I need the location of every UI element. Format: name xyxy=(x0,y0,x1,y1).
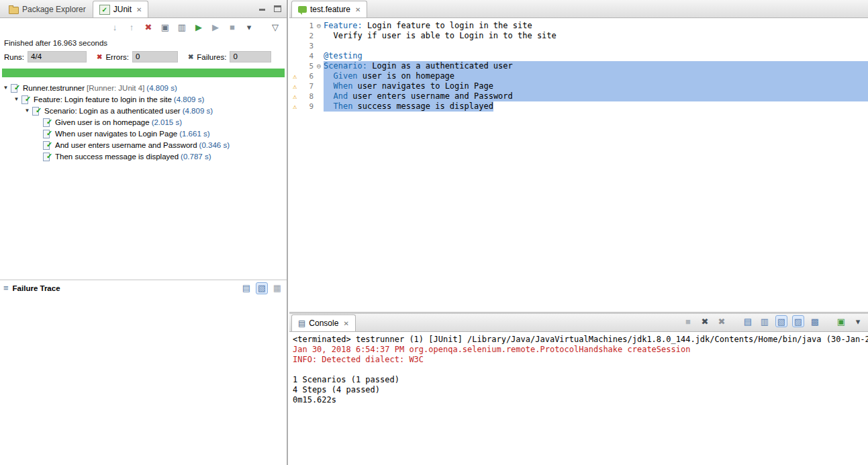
enable-stack-trace-filter-icon[interactable]: ▧ xyxy=(256,282,268,294)
pin-console-icon[interactable]: ▨ xyxy=(792,315,804,327)
close-tab-icon[interactable]: ✕ xyxy=(343,320,348,327)
console-tabbar: ▤ Console ✕ ■✖✖▤▥▧▨▩▣▾ xyxy=(289,314,868,332)
test-name: Given user is on homepage xyxy=(55,118,150,126)
test-pass-icon xyxy=(42,118,52,127)
editor-line[interactable]: ⚠9 Then success message is displayed xyxy=(289,101,868,112)
show-previous-failure-icon[interactable]: ↑ xyxy=(126,22,138,34)
editor-line[interactable]: 1⊖Feature: Login feature to login in the… xyxy=(289,21,868,31)
code-segment: Login as a authenticated user xyxy=(367,61,513,71)
test-tree-item[interactable]: Given user is on homepage(2.015 s) xyxy=(0,116,287,128)
show-stack-trace-in-console-icon[interactable]: ▤ xyxy=(240,282,252,294)
rerun-test-icon[interactable]: ▶ xyxy=(193,22,205,34)
test-tree-item[interactable]: And user enters username and Password(0.… xyxy=(0,139,287,151)
fold-collapse-icon[interactable]: ⊖ xyxy=(314,21,324,31)
line-number: 2 xyxy=(300,31,314,41)
code-segment: user navigates to Login Page xyxy=(352,81,493,91)
code-segment: Verify if user is able to Login in to th… xyxy=(324,31,557,40)
show-failures-only-icon[interactable]: ✖ xyxy=(142,22,154,34)
show-skipped-only-icon[interactable]: ▣ xyxy=(159,22,171,34)
test-pass-icon xyxy=(42,140,52,150)
line-number: 4 xyxy=(300,51,314,61)
tab-test-feature[interactable]: test.feature ✕ xyxy=(291,1,367,17)
remove-all-terminated-launches-icon[interactable]: ✖ xyxy=(716,315,728,327)
editor-line[interactable]: ⚠8 And user enters username and Password xyxy=(289,91,868,101)
open-console-icon[interactable]: ▣ xyxy=(835,315,847,327)
left-tabbar: Package Explorer ✓ JUnit ✕ xyxy=(0,0,287,18)
line-number: 9 xyxy=(300,101,314,112)
editor-line[interactable]: ⚠6 Given user is on homepage xyxy=(289,71,868,81)
test-tree-item[interactable]: ▼Scenario: Login as a authenticated user… xyxy=(0,105,287,116)
expand-toggle-icon[interactable]: ▼ xyxy=(23,108,32,114)
test-tree-item[interactable]: ▼Runner.testrunner[Runner: JUnit 4](4.80… xyxy=(0,82,287,93)
maximize-view-icon[interactable] xyxy=(274,5,281,12)
clear-console-icon[interactable]: ▤ xyxy=(742,315,754,327)
stop-test-icon[interactable]: ■ xyxy=(226,22,238,34)
console-icon: ▤ xyxy=(298,319,305,328)
progress-bar-success xyxy=(2,69,285,77)
tab-junit[interactable]: ✓ JUnit ✕ xyxy=(93,1,149,17)
code-segment: success message is displayed xyxy=(352,101,493,111)
editor-line[interactable]: 4@testing xyxy=(289,51,868,61)
line-number: 5 xyxy=(300,61,314,71)
scroll-lock-icon[interactable]: ▥ xyxy=(759,315,771,327)
editor-pane: test.feature ✕ 1⊖Feature: Login feature … xyxy=(289,0,868,312)
console-view-menu-icon[interactable]: ▾ xyxy=(852,315,864,327)
view-menu-icon[interactable]: ▽ xyxy=(269,22,281,34)
annotation-gutter xyxy=(289,31,300,41)
view-window-controls xyxy=(258,5,281,12)
word-wrap-icon[interactable]: ▧ xyxy=(775,315,787,327)
failure-trace-icon: ≡ xyxy=(3,283,9,293)
annotation-gutter xyxy=(289,61,300,71)
test-name: Feature: Login feature to login in the s… xyxy=(34,95,172,103)
editor-line[interactable]: 5⊖Scenario: Login as a authenticated use… xyxy=(289,61,868,71)
gherkin-keyword: Then xyxy=(333,101,352,111)
fold-gutter xyxy=(314,31,324,41)
line-number: 3 xyxy=(300,41,314,51)
test-run-history-icon[interactable]: ▾ xyxy=(243,22,255,34)
code-text: And user enters username and Password xyxy=(324,91,868,101)
show-next-failure-icon[interactable]: ↓ xyxy=(109,22,121,34)
console-line: INFO: Detected dialect: W3C xyxy=(293,355,865,365)
gherkin-keyword: When xyxy=(333,81,352,91)
test-pass-icon xyxy=(10,83,20,93)
console-output[interactable]: <terminated> testrunner (1) [JUnit] /Lib… xyxy=(289,332,868,465)
rerun-failed-first-icon[interactable]: ▶ xyxy=(209,22,222,34)
editor-lines[interactable]: 1⊖Feature: Login feature to login in the… xyxy=(289,18,868,312)
compare-result-icon[interactable]: ▦ xyxy=(271,282,283,294)
runs-value: 4/4 xyxy=(28,51,87,62)
test-tree-item[interactable]: ▼Feature: Login feature to login in the … xyxy=(0,93,287,105)
remove-launch-icon[interactable]: ✖ xyxy=(699,315,711,327)
test-tree-item[interactable]: Then success message is displayed(0.787 … xyxy=(0,151,287,162)
fold-collapse-icon[interactable]: ⊖ xyxy=(314,61,324,71)
warning-icon: ⚠ xyxy=(289,81,300,91)
tab-label: JUnit xyxy=(113,5,132,14)
terminate-icon[interactable]: ■ xyxy=(682,315,694,327)
fold-gutter xyxy=(314,101,324,112)
editor-tabbar: test.feature ✕ xyxy=(289,0,868,18)
code-segment xyxy=(324,91,333,101)
annotation-gutter xyxy=(289,41,300,51)
close-tab-icon[interactable]: ✕ xyxy=(355,6,360,13)
errors-icon: ✖ xyxy=(97,53,102,60)
code-text: Feature: Login feature to login in the s… xyxy=(324,21,532,31)
scroll-lock-icon[interactable]: ▥ xyxy=(176,22,188,34)
editor-line[interactable]: ⚠7 When user navigates to Login Page xyxy=(289,81,868,91)
tab-label: Console xyxy=(309,319,338,328)
test-tree-item[interactable]: When user navigates to Login Page(1.661 … xyxy=(0,128,287,139)
elapsed-time: (1.661 s) xyxy=(179,130,209,138)
console-line: 4 Steps (4 passed) xyxy=(293,385,865,395)
minimize-view-icon[interactable] xyxy=(258,5,266,12)
tab-console[interactable]: ▤ Console ✕ xyxy=(291,314,356,331)
editor-line[interactable]: 3 xyxy=(289,41,868,51)
expand-toggle-icon[interactable]: ▼ xyxy=(12,96,21,102)
left-panel: Package Explorer ✓ JUnit ✕ ↓↑✖▣▥▶▶■▾▽ Fi… xyxy=(0,0,288,465)
close-tab-icon[interactable]: ✕ xyxy=(136,6,142,13)
expand-toggle-icon[interactable]: ▼ xyxy=(1,85,10,91)
fold-gutter xyxy=(314,41,324,51)
display-selected-console-icon[interactable]: ▩ xyxy=(809,315,821,327)
tab-package-explorer[interactable]: Package Explorer xyxy=(2,1,93,17)
gherkin-keyword: Feature: xyxy=(324,21,363,30)
warning-icon: ⚠ xyxy=(289,71,300,81)
failure-trace-header: ≡ Failure Trace ▤▧▦ xyxy=(0,280,287,296)
editor-line[interactable]: 2 Verify if user is able to Login in to … xyxy=(289,31,868,41)
